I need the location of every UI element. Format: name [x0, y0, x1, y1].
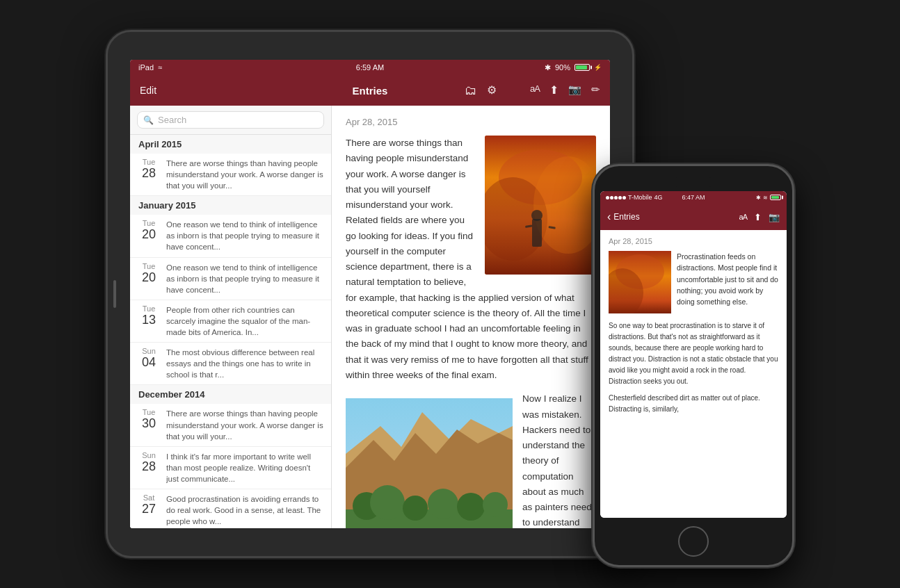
- folder-icon[interactable]: 🗂: [465, 83, 477, 98]
- section-header-dec: December 2014: [130, 385, 331, 404]
- svg-point-17: [483, 492, 508, 517]
- section-header-april: April 2015: [130, 135, 331, 154]
- article-body: There are worse things than having peopl…: [346, 136, 596, 528]
- iphone-battery-fill: [771, 196, 779, 199]
- iphone-status-left: T-Mobile 4G: [606, 194, 663, 201]
- iphone-article-content: Procrastination feeds on distractions. M…: [609, 251, 778, 313]
- signal-strength: [606, 196, 626, 199]
- entry-text: People from other rich countries can sca…: [166, 304, 324, 338]
- iphone-excerpt: Procrastination feeds on distractions. M…: [677, 251, 778, 313]
- entry-date: Tue 30: [137, 408, 161, 441]
- entry-text: The most obvious difference between real…: [166, 347, 324, 380]
- list-item[interactable]: Tue 28 There are worse things than havin…: [130, 154, 331, 196]
- entry-text: There are worse things than having peopl…: [166, 158, 324, 191]
- entries-title: Entries: [353, 85, 388, 97]
- share-icon[interactable]: ⬆: [549, 83, 559, 98]
- font-size-icon[interactable]: aA: [530, 83, 540, 98]
- iphone-bt-icon: ✱: [756, 195, 761, 201]
- list-item[interactable]: Sat 27 Good procrastination is avoiding …: [130, 489, 331, 528]
- svg-point-16: [457, 493, 485, 521]
- list-item[interactable]: Sun 04 The most obvious difference betwe…: [130, 343, 331, 385]
- iphone-status-right: ✱ ≋: [756, 195, 781, 201]
- ipad-status-right: ✱ 90% ⚡: [545, 63, 602, 72]
- list-item[interactable]: Tue 30 There are worse things than havin…: [130, 404, 331, 446]
- signal-dot-3: [614, 196, 618, 199]
- battery-fill: [576, 65, 587, 70]
- entry-date: Tue 20: [137, 262, 161, 295]
- back-label: Entries: [613, 212, 639, 222]
- back-button[interactable]: ‹ Entries: [607, 211, 640, 223]
- entry-date: Sun 28: [137, 451, 161, 484]
- search-placeholder: Search: [158, 115, 186, 125]
- entry-text: Good procrastination is avoiding errands…: [166, 493, 324, 527]
- svg-point-13: [370, 485, 405, 520]
- ipad-sidebar: 🔍 Search April 2015 Tue 28 There are wor…: [130, 106, 332, 528]
- battery-bar: [574, 64, 590, 71]
- sidebar-search: 🔍 Search: [130, 106, 331, 135]
- signal-dot-1: [606, 196, 609, 199]
- iphone-font-icon[interactable]: aA: [739, 213, 747, 221]
- sidebar-list[interactable]: April 2015 Tue 28 There are worse things…: [130, 135, 331, 528]
- list-item[interactable]: Tue 20 One reason we tend to think of in…: [130, 215, 331, 257]
- svg-point-5: [531, 210, 543, 221]
- entry-date: Tue 28: [137, 158, 161, 191]
- entry-text: One reason we tend to think of intellige…: [166, 219, 324, 252]
- iphone-main[interactable]: Apr 28, 2015: [600, 230, 787, 518]
- list-item[interactable]: Tue 13 People from other rich countries …: [130, 300, 331, 343]
- entry-date: Tue 20: [137, 219, 161, 252]
- iphone-network: 4G: [654, 194, 663, 201]
- entry-text: One reason we tend to think of intellige…: [166, 262, 324, 295]
- iphone-toolbar: ‹ Entries aA ⬆ 📷: [600, 204, 787, 230]
- iphone-wifi-icon: ≋: [763, 195, 768, 201]
- signal-dot-5: [622, 196, 626, 199]
- iphone-carrier: T-Mobile: [628, 194, 652, 201]
- entry-text: There are worse things than having peopl…: [166, 408, 324, 441]
- search-box[interactable]: 🔍 Search: [137, 111, 324, 129]
- iphone-toolbar-right: aA ⬆ 📷: [739, 212, 780, 222]
- search-icon: 🔍: [143, 115, 154, 125]
- canyon-photo-right: [485, 136, 596, 275]
- iphone-time: 6:47 AM: [682, 194, 705, 201]
- ipad-time: 6:59 AM: [356, 63, 384, 72]
- ipad-wifi-icon: ≈: [158, 63, 162, 72]
- article-date: Apr 28, 2015: [346, 117, 596, 127]
- iphone-battery: [770, 195, 781, 200]
- list-item[interactable]: Tue 20 One reason we tend to think of in…: [130, 258, 331, 300]
- entry-date: Tue 13: [137, 304, 161, 338]
- battery-pct: 90%: [555, 63, 570, 72]
- bluetooth-icon: ✱: [545, 63, 551, 72]
- section-header-jan: January 2015: [130, 196, 331, 215]
- svg-point-14: [403, 496, 428, 521]
- ipad-toolbar-right: 🗂 ⚙ aA ⬆ 📷 ✏: [465, 83, 600, 98]
- back-chevron-icon: ‹: [607, 211, 611, 223]
- entry-date: Sun 04: [137, 347, 161, 380]
- iphone-body-1: So one way to beat procrastination is to…: [609, 320, 778, 387]
- ipad-status-bar: iPad ≈ 6:59 AM ✱ 90% ⚡: [130, 60, 610, 75]
- zion-photo: [346, 398, 513, 528]
- settings-icon[interactable]: ⚙: [487, 83, 497, 98]
- iphone-article-date: Apr 28, 2015: [609, 237, 778, 245]
- iphone-share-icon[interactable]: ⬆: [754, 212, 762, 222]
- iphone-canyon-image: [609, 251, 671, 313]
- ipad-device: iPad ≈ 6:59 AM ✱ 90% ⚡ Edit Entries 🗂 ⚙ …: [106, 30, 634, 558]
- iphone-status-bar: T-Mobile 4G 6:47 AM ✱ ≋: [600, 191, 787, 204]
- svg-point-15: [428, 489, 458, 519]
- entry-date: Sat 27: [137, 493, 161, 527]
- iphone-camera-icon[interactable]: 📷: [769, 212, 780, 222]
- ipad-screen: iPad ≈ 6:59 AM ✱ 90% ⚡ Edit Entries 🗂 ⚙ …: [130, 60, 610, 528]
- iphone-device: T-Mobile 4G 6:47 AM ✱ ≋ ‹ Entries aA ⬆ 📷: [593, 164, 794, 567]
- ipad-status-left: iPad ≈: [138, 63, 162, 72]
- iphone-screen: T-Mobile 4G 6:47 AM ✱ ≋ ‹ Entries aA ⬆ 📷: [600, 191, 787, 518]
- ipad-carrier: iPad: [138, 63, 154, 72]
- svg-rect-4: [532, 219, 542, 247]
- iphone-body-2: Chesterfield described dirt as matter ou…: [609, 393, 778, 415]
- signal-dot-2: [610, 196, 613, 199]
- ipad-article[interactable]: Apr 28, 2015: [332, 106, 610, 528]
- edit-icon[interactable]: ✏: [591, 83, 600, 98]
- charging-icon: ⚡: [594, 64, 602, 71]
- ipad-content: 🔍 Search April 2015 Tue 28 There are wor…: [130, 106, 610, 528]
- camera-icon[interactable]: 📷: [568, 83, 581, 98]
- list-item[interactable]: Sun 28 I think it's far more important t…: [130, 447, 331, 489]
- ipad-toolbar: Edit Entries 🗂 ⚙ aA ⬆ 📷 ✏: [130, 75, 610, 106]
- edit-button[interactable]: Edit: [140, 85, 156, 96]
